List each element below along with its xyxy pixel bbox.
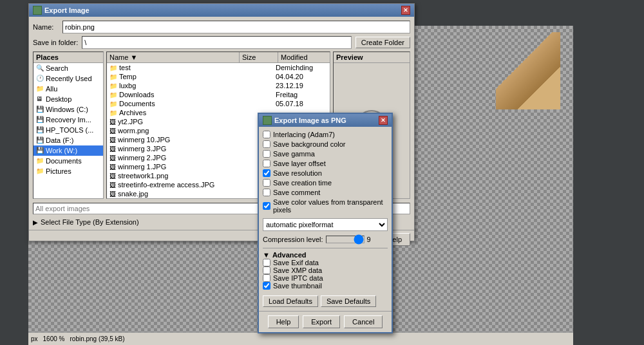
save-iptc-row[interactable]: Save IPTC data [263, 274, 388, 282]
image-icon: 🖼 [109, 182, 116, 189]
interlacing-label: Interlacing (Adam7) [273, 131, 335, 138]
save-layer-offset-checkbox[interactable] [263, 160, 270, 167]
folder-icon-3: 📁 [36, 167, 44, 175]
zoom-display: 1600 % [43, 335, 65, 342]
compression-value: 9 [367, 236, 380, 243]
save-xmp-checkbox[interactable] [263, 266, 270, 274]
save-creation-time-row[interactable]: Save creation time [263, 179, 388, 187]
save-thumbnail-row[interactable]: Save thumbnail [263, 282, 388, 290]
drive-icon-2: 💾 [36, 116, 44, 124]
save-comment-row[interactable]: Save comment [263, 189, 388, 196]
interlacing-row[interactable]: Interlacing (Adam7) [263, 131, 388, 138]
png-titlebar-left: Export Image as PNG [263, 116, 346, 125]
png-dialog-icon [263, 116, 272, 125]
save-exif-row[interactable]: Save Exif data [263, 259, 388, 266]
list-item[interactable]: 📁 luxbg 23.12.19 [107, 81, 330, 90]
save-gamma-label: Save gamma [273, 150, 315, 158]
gimp-application: px 1600 % robin.png (39,5 kB) Export Ima… [0, 0, 644, 345]
sidebar-item-desktop[interactable]: 🖥 Desktop [33, 94, 103, 104]
folder-icon: 📁 [109, 109, 117, 117]
export-png-body: Interlacing (Adam7) Save background colo… [259, 127, 392, 311]
sidebar-item-pictures[interactable]: 📁 Pictures [33, 166, 103, 176]
image-icon: 🖼 [109, 163, 116, 171]
folder-icon: 📁 [109, 100, 117, 107]
folder-icon-2: 📁 [36, 157, 44, 165]
unit-display: px [31, 335, 38, 342]
save-gamma-row[interactable]: Save gamma [263, 150, 388, 158]
folder-icon: 📁 [109, 64, 117, 71]
save-layer-offset-row[interactable]: Save layer offset [263, 160, 388, 167]
save-iptc-checkbox[interactable] [263, 274, 270, 282]
save-bg-color-checkbox[interactable] [263, 140, 270, 148]
save-exif-checkbox[interactable] [263, 259, 270, 266]
preview-header: Preview [334, 52, 410, 63]
export-png-dialog: Export Image as PNG ✕ Interlacing (Adam7… [258, 113, 393, 333]
list-item[interactable]: 📁 Downloads Freitag [107, 90, 330, 99]
create-folder-button[interactable]: Create Folder [355, 37, 410, 48]
cancel-button[interactable]: Cancel [344, 315, 383, 328]
save-color-values-label: Save color values from transparent pixel… [273, 198, 388, 214]
export-png-title: Export Image as PNG [274, 117, 346, 124]
search-icon: 🔍 [36, 64, 44, 72]
export-image-close-button[interactable]: ✕ [401, 6, 410, 15]
advanced-label: Advanced [272, 251, 307, 259]
canvas-image [496, 32, 560, 109]
drive-icon: 💾 [36, 106, 44, 113]
save-gamma-checkbox[interactable] [263, 150, 270, 158]
save-comment-checkbox[interactable] [263, 189, 270, 196]
save-color-values-checkbox[interactable] [263, 202, 270, 210]
export-image-title: Export Image [44, 6, 90, 14]
path-display: \ [82, 36, 351, 49]
load-defaults-button[interactable]: Load Defaults [263, 295, 318, 307]
export-png-close-button[interactable]: ✕ [379, 116, 388, 125]
list-item[interactable]: 📁 test Demichding [107, 63, 330, 72]
sidebar-item-recovery[interactable]: 💾 Recovery Im... [33, 115, 103, 125]
interlacing-checkbox[interactable] [263, 131, 270, 138]
compression-row: Compression level: 9 [263, 236, 388, 243]
col-size[interactable]: Size [240, 52, 278, 62]
save-xmp-row[interactable]: Save XMP data [263, 266, 388, 274]
list-item[interactable]: 📁 Documents 05.07.18 [107, 99, 330, 108]
save-resolution-row[interactable]: Save resolution [263, 169, 388, 177]
recent-icon: 🕐 [36, 75, 44, 82]
list-item[interactable]: 📁 Temp 04.04.20 [107, 72, 330, 81]
sidebar-item-data-f[interactable]: 💾 Data (F:) [33, 135, 103, 145]
col-modified[interactable]: Modified [278, 52, 330, 62]
sidebar-item-search[interactable]: 🔍 Search [33, 63, 103, 73]
col-name[interactable]: Name ▼ [107, 52, 240, 62]
dialog-icon [33, 6, 42, 15]
places-panel: Places 🔍 Search 🕐 Recently Used 📁 Allu [33, 51, 104, 199]
name-input[interactable] [62, 21, 410, 33]
advanced-header[interactable]: ▼ Advanced [263, 251, 388, 259]
folder-icon: 📁 [36, 85, 44, 93]
save-defaults-button[interactable]: Save Defaults [321, 295, 376, 307]
pixelformat-select[interactable]: automatic pixelformat [263, 218, 388, 231]
png-help-button[interactable]: Help [268, 315, 299, 328]
name-label: Name: [33, 23, 59, 31]
save-xmp-label: Save XMP data [273, 266, 322, 274]
save-resolution-checkbox[interactable] [263, 169, 270, 177]
drive-icon-4: 💾 [36, 136, 44, 144]
image-icon: 🖼 [109, 127, 116, 135]
sidebar-item-windows-c[interactable]: 💾 Windows (C:) [33, 104, 103, 115]
pixelformat-row: automatic pixelformat [263, 218, 388, 231]
folder-icon: 📁 [109, 73, 117, 80]
save-bg-color-row[interactable]: Save background color [263, 140, 388, 148]
save-thumbnail-checkbox[interactable] [263, 282, 270, 290]
export-button[interactable]: Export [303, 315, 340, 328]
sidebar-item-documents[interactable]: 📁 Documents [33, 156, 103, 166]
save-comment-label: Save comment [273, 189, 320, 196]
export-image-titlebar[interactable]: Export Image ✕ [29, 4, 414, 17]
status-bar: px 1600 % robin.png (39,5 kB) [28, 332, 573, 345]
sidebar-item-recently-used[interactable]: 🕐 Recently Used [33, 73, 103, 84]
sidebar-item-hp-tools[interactable]: 💾 HP_TOOLS (... [33, 125, 103, 135]
export-png-titlebar[interactable]: Export Image as PNG ✕ [259, 114, 392, 127]
places-header: Places [33, 52, 103, 63]
sidebar-item-allu[interactable]: 📁 Allu [33, 84, 103, 94]
compression-slider[interactable] [326, 236, 365, 243]
save-color-values-row[interactable]: Save color values from transparent pixel… [263, 198, 388, 214]
sidebar-item-work-w[interactable]: 💾 Work (W:) [33, 145, 103, 156]
save-creation-time-checkbox[interactable] [263, 179, 270, 187]
save-bg-color-label: Save background color [273, 140, 346, 148]
save-layer-offset-label: Save layer offset [273, 160, 326, 167]
